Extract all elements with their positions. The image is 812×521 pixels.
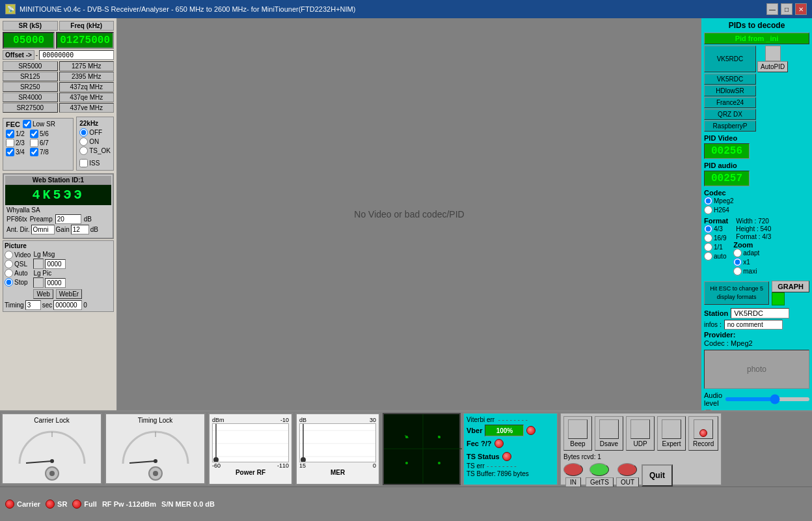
restore-button[interactable]: □ (781, 3, 792, 15)
fec-item-0: 1/2 (6, 130, 25, 138)
fec-label-5: 7/8 (40, 148, 49, 156)
offset-value[interactable]: 00000000 (39, 50, 114, 60)
format-section: Format 4/3 16/9 1/1 (704, 217, 728, 278)
udp-btn-area[interactable]: UDP (626, 416, 655, 451)
preset-sr-0[interactable]: SR5000 (3, 61, 58, 71)
fec-check-3[interactable] (30, 130, 38, 138)
record-btn-area[interactable]: Record (688, 416, 718, 451)
pid-audio-value[interactable]: 00257 (704, 171, 750, 186)
info-checkbox[interactable] (704, 410, 712, 410)
beep-btn-area[interactable]: Beep (563, 416, 592, 451)
expert-btn-area[interactable]: Expert (657, 416, 686, 451)
pid-video-value[interactable]: 00256 (704, 143, 750, 159)
pid-video-label: PID Video (704, 134, 809, 142)
preamp-input[interactable] (55, 214, 81, 224)
power-scale-bottom: -60 -110 (212, 462, 289, 469)
khz-tsok-radio[interactable] (79, 147, 88, 155)
web-button[interactable]: Web (33, 289, 53, 299)
preset-sr-3[interactable]: SR4000 (3, 92, 58, 102)
gain-input[interactable] (71, 225, 89, 234)
timing-last: 0 (83, 302, 87, 309)
lg-pic-input[interactable] (45, 278, 66, 288)
fec-check-2[interactable] (6, 148, 14, 156)
pic-auto-radio[interactable] (5, 269, 13, 277)
low-sr-checkbox[interactable] (23, 120, 31, 128)
channel-btn-2[interactable]: HDlowSR (704, 85, 756, 96)
ant-dir-input[interactable] (31, 225, 55, 234)
fec-check-1[interactable] (6, 139, 14, 147)
preset-sr-4[interactable]: SR27500 (3, 103, 58, 113)
pic-stop-radio[interactable] (5, 278, 13, 287)
minimize-button[interactable]: — (766, 3, 778, 15)
carrier-btn-circle[interactable] (45, 466, 59, 481)
fec-check-5[interactable] (30, 148, 38, 156)
full-status-label: Full (84, 500, 97, 508)
sr-freq-value-row: 05000 01275000 (3, 32, 114, 49)
sr-value-display[interactable]: 05000 (3, 32, 55, 49)
info-row: Info (704, 410, 809, 410)
preset-sr-1[interactable]: SR125 (3, 72, 58, 81)
svg-point-29 (439, 437, 440, 438)
autopid-button[interactable]: AutoPID (757, 61, 788, 72)
timing-input[interactable] (25, 300, 41, 310)
channel-btn-4[interactable]: QRZ DX (704, 109, 756, 120)
photo-label: photo (747, 365, 766, 374)
fmt-auto-radio[interactable] (704, 252, 712, 260)
channel-btn-0[interactable]: VK5RDC (704, 46, 756, 72)
esc-button[interactable]: Hit ESC to change 5 display formats (704, 281, 769, 304)
fmt-11-radio[interactable] (704, 243, 712, 251)
fmt-169-radio[interactable] (704, 234, 712, 242)
ts-status-label: TS Status (467, 453, 500, 460)
lg-icon (33, 259, 44, 269)
iss-checkbox[interactable] (79, 159, 88, 167)
lg-msg-input[interactable] (45, 259, 66, 269)
timing-count-input[interactable] (53, 300, 82, 310)
width-value: 720 (758, 218, 769, 225)
zoom-x1-radio[interactable] (733, 258, 742, 266)
dsave-btn-area[interactable]: Dsave (595, 416, 623, 451)
zoom-maxi-radio[interactable] (733, 267, 742, 275)
pic-qsl-radio[interactable] (5, 260, 13, 268)
graph-button[interactable]: GRAPH (772, 281, 809, 292)
fec-label2: Fec ?/? (467, 440, 492, 447)
fmt-43-radio[interactable] (704, 225, 712, 233)
fec-title: FEC (6, 120, 20, 128)
timing-btn-circle[interactable] (148, 466, 163, 481)
khz-off-radio[interactable] (79, 128, 88, 137)
close-button[interactable]: ✕ (795, 3, 807, 15)
infos-input[interactable] (724, 320, 783, 330)
quit-button[interactable]: Quit (642, 464, 673, 486)
iss-label: ISS (89, 160, 100, 167)
channel-btn-3[interactable]: France24 (704, 97, 756, 108)
svg-point-27 (407, 437, 409, 438)
pic-video-radio[interactable] (5, 251, 13, 259)
fec-check-4[interactable] (30, 139, 38, 147)
channel-btn-5[interactable]: RaspberryP (704, 120, 756, 132)
pid-from-button[interactable]: Pid from _ini (704, 33, 809, 44)
carrier-status-label: Carrier (17, 500, 40, 508)
channel-btn-1[interactable]: VK5RDC (704, 74, 756, 85)
format-zoom-row: Format 4/3 16/9 1/1 (704, 217, 809, 278)
codec-mpeg2-radio[interactable] (704, 197, 712, 205)
timing-row: Timing sec 0 (5, 300, 112, 310)
khz-on-radio[interactable] (79, 137, 88, 146)
station-input[interactable] (731, 308, 789, 318)
audio-level-slider[interactable] (725, 397, 809, 401)
low-sr-check[interactable]: Low SR (23, 120, 55, 128)
fmt-11-label: 1/1 (714, 244, 723, 251)
viterbi-err-row: Viterbi err -------- (467, 416, 554, 423)
bytes-rcvd-row: Bytes rcvd: 1 (563, 453, 718, 460)
web-err-button[interactable]: WebEr (56, 289, 82, 299)
out-button[interactable]: OUT (616, 477, 639, 487)
carrier-status: Carrier (5, 500, 40, 509)
channel-row-3: HDlowSR (704, 85, 809, 96)
in-led (563, 463, 583, 476)
fec-check-0[interactable] (6, 130, 14, 138)
preset-sr-2[interactable]: SR250 (3, 82, 58, 92)
zoom-adapt-radio[interactable] (733, 249, 742, 257)
getTs-button[interactable]: GetTS (586, 477, 614, 487)
in-button[interactable]: IN (565, 477, 581, 487)
khz-tsok-label: TS_OK (89, 147, 111, 154)
freq-value-display[interactable]: 01275000 (56, 32, 114, 49)
codec-h264-radio[interactable] (704, 206, 712, 214)
